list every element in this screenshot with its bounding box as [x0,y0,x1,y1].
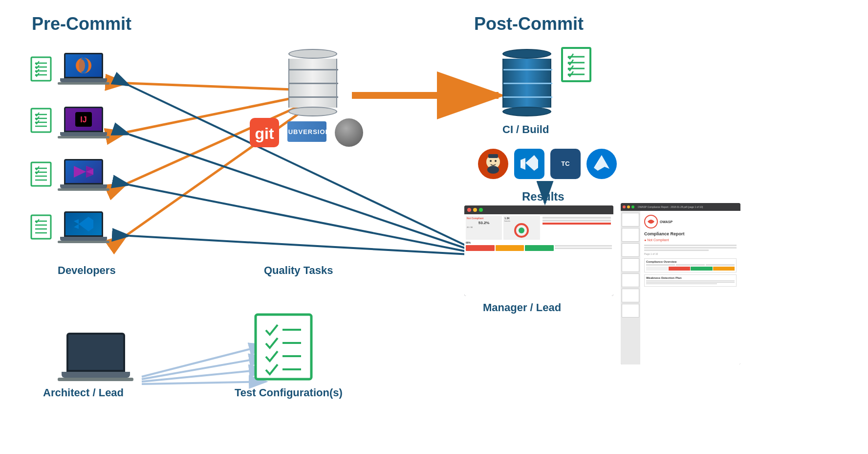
svg-rect-53 [562,48,590,81]
architect-laptop [58,333,133,381]
precommit-database [288,49,337,116]
svg-line-12 [130,185,469,252]
jenkins-icon [478,149,508,179]
vscode-icon [514,149,544,179]
svg-point-61 [490,160,492,162]
checklist-dev2 [30,108,52,133]
svg-point-62 [495,160,497,162]
checklist-dev1 [30,56,52,82]
developer-laptop-4 [58,211,109,243]
checklist-dev3 [30,161,52,187]
svg-line-17 [142,382,266,384]
dashboard-screenshot: Not Compliant 53.2% 20 / 80 1.3K Issues [464,205,613,296]
svg-line-16 [142,369,266,382]
svg-line-15 [142,357,266,379]
svg-point-60 [487,166,499,174]
test-config-label: Test Configuration(s) [235,386,343,399]
svg-text:IJ: IJ [80,115,87,124]
svg-rect-19 [31,57,51,81]
svn-icon: SUBVERSION [287,121,326,142]
architect-lead-label: Architect / Lead [43,386,124,399]
git-icon: git [249,117,280,148]
svg-rect-24 [31,109,51,132]
ci-build-label: CI / Build [502,123,549,136]
svg-marker-48 [79,217,93,231]
manager-lead-label: Manager / Lead [483,301,561,314]
svg-marker-64 [525,155,538,171]
svg-text:git: git [255,125,274,142]
precommit-title: Pre-Commit [32,14,131,34]
svg-point-41 [77,59,85,72]
svg-line-11 [130,135,469,250]
svg-marker-44 [74,166,86,178]
svg-line-13 [130,236,469,254]
developer-laptop-2: IJ [58,107,109,138]
developer-laptop-1 [58,53,109,85]
teamcity-icon: TC [550,149,581,179]
svg-rect-63 [488,154,498,158]
azure-icon [586,149,617,179]
checklist-postcommit [561,47,591,82]
svg-line-9 [127,100,318,235]
postcommit-title: Post-Commit [474,14,584,34]
checklist-dev4 [30,214,52,240]
svg-rect-29 [31,162,51,186]
checklist-test-config [254,313,313,381]
results-label: Results [522,190,564,204]
greenballs-icon [335,118,363,147]
owasp-report-screenshot: OWASP Compliance Report - 2018-01-28.pdf… [621,203,740,364]
diagram-container: Pre-Commit Post-Commit [0,0,868,454]
svg-rect-34 [31,215,51,239]
svg-line-14 [142,345,266,377]
postcommit-database [502,49,551,116]
developer-laptop-3 [58,159,109,191]
quality-tasks-label: Quality Tasks [264,264,333,277]
developers-label: Developers [58,264,116,277]
